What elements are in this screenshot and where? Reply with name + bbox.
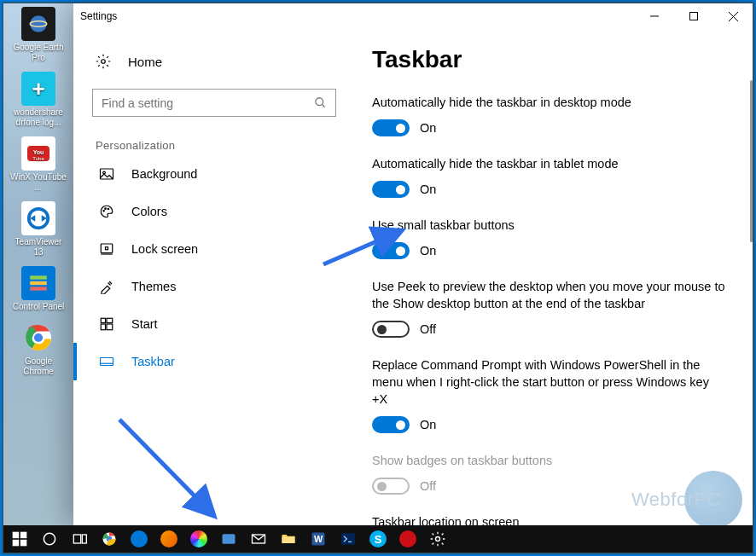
svg-rect-27 [101,318,105,322]
maximize-button[interactable] [674,3,713,29]
themes-icon [99,279,114,294]
setting-powershell: Replace Command Prompt with Windows Powe… [372,356,727,433]
setting-autohide-desktop: Automatically hide the taskbar in deskto… [372,94,727,136]
close-button[interactable] [713,3,753,29]
svg-text:Tube: Tube [32,156,44,161]
taskbar-edge[interactable] [125,525,154,553]
page-title: Taskbar [372,46,727,73]
cortana-button[interactable] [35,525,64,553]
titlebar[interactable]: Settings [73,3,753,29]
svg-point-16 [102,60,106,64]
svg-rect-31 [101,358,113,366]
desktop-icon-control-panel[interactable]: Control Panel [9,266,68,312]
toggle-badges [372,478,410,495]
taskbar-firefox[interactable] [154,525,183,553]
toggle-powershell[interactable] [372,416,410,433]
palette-icon [99,204,114,219]
settings-window: Settings Home Personalization Backgr [73,3,753,525]
svg-rect-8 [30,287,47,290]
svg-rect-38 [20,540,27,547]
svg-point-0 [30,15,47,32]
nav-taskbar[interactable]: Taskbar [73,343,355,380]
svg-text:You: You [33,149,44,155]
toggle-peek[interactable] [372,321,410,338]
svg-rect-24 [101,244,113,253]
taskbar-opera[interactable] [393,525,422,553]
taskbar-word[interactable]: W [304,525,333,553]
svg-rect-37 [13,540,20,547]
taskbar-app1[interactable] [214,525,243,553]
content-pane: Taskbar Automatically hide the taskbar i… [355,29,753,525]
svg-rect-46 [282,537,295,544]
svg-point-39 [44,533,55,544]
section-label: Personalization [96,139,355,152]
svg-rect-40 [73,535,80,543]
svg-point-50 [436,537,440,542]
search-icon [314,96,327,109]
svg-rect-49 [341,533,356,544]
desktop-icon-google-earth[interactable]: Google Earth Pro [9,7,68,63]
svg-rect-26 [106,247,108,250]
setting-autohide-tablet: Automatically hide the taskbar in tablet… [372,155,727,198]
minimize-button[interactable] [635,3,674,29]
svg-rect-28 [107,318,113,322]
svg-rect-13 [690,13,698,20]
svg-rect-30 [107,324,113,330]
setting-location: Taskbar location on screen [372,513,727,525]
home-label: Home [128,55,162,69]
svg-rect-44 [223,534,236,544]
lock-screen-icon [99,241,114,257]
nav-colors[interactable]: Colors [73,193,355,230]
svg-point-17 [316,98,323,106]
svg-point-23 [108,208,109,210]
home-nav[interactable]: Home [73,44,355,78]
toggle-small-buttons[interactable] [372,242,410,259]
start-button[interactable] [5,525,34,553]
svg-point-22 [105,208,107,210]
setting-small-buttons: Use small taskbar buttons On [372,217,727,259]
desktop-icon-drfone[interactable]: +wondershare drfone log... [9,72,68,128]
svg-point-21 [103,211,105,212]
taskbar-skype[interactable]: S [363,525,393,553]
taskview-button[interactable] [65,525,94,553]
taskbar-chrome[interactable] [95,525,124,553]
desktop-icon-chrome[interactable]: Google Chrome [9,321,68,377]
desktop-icons: Google Earth Pro +wondershare drfone log… [9,7,68,377]
nav-lock-screen[interactable]: Lock screen [73,230,355,268]
svg-rect-41 [82,535,86,543]
svg-text:W: W [314,534,323,544]
desktop-icon-winx-youtube[interactable]: YouTubeWinX YouTube ... [9,136,68,193]
search-box[interactable] [92,89,336,117]
taskbar-icon [99,354,114,369]
svg-line-18 [322,104,324,107]
setting-badges: Show badges on taskbar buttons Off [372,452,727,495]
taskbar-file-explorer[interactable] [274,525,303,553]
taskbar-paint[interactable] [184,525,213,553]
search-input[interactable] [102,96,314,110]
taskbar: W S [3,525,753,553]
sidebar: Home Personalization Background Colors [73,29,355,525]
taskbar-powershell[interactable] [334,525,363,553]
setting-peek: Use Peek to preview the desktop when you… [372,278,727,338]
toggle-autohide-desktop[interactable] [372,119,410,136]
gear-icon [96,54,111,69]
nav-background[interactable]: Background [73,155,355,193]
svg-rect-35 [13,532,20,539]
scrollbar[interactable] [750,80,753,242]
nav-start[interactable]: Start [73,305,355,343]
svg-rect-6 [30,275,47,279]
taskbar-mail[interactable] [244,525,273,553]
start-icon [99,316,114,332]
svg-rect-36 [20,532,27,539]
picture-icon [99,166,114,182]
nav-themes[interactable]: Themes [73,268,355,305]
desktop-icon-teamviewer[interactable]: TeamViewer 13 [9,201,68,258]
toggle-autohide-tablet[interactable] [372,181,410,198]
svg-rect-7 [30,281,47,285]
svg-rect-29 [101,324,105,330]
taskbar-settings[interactable] [423,525,452,553]
window-title: Settings [80,10,117,22]
